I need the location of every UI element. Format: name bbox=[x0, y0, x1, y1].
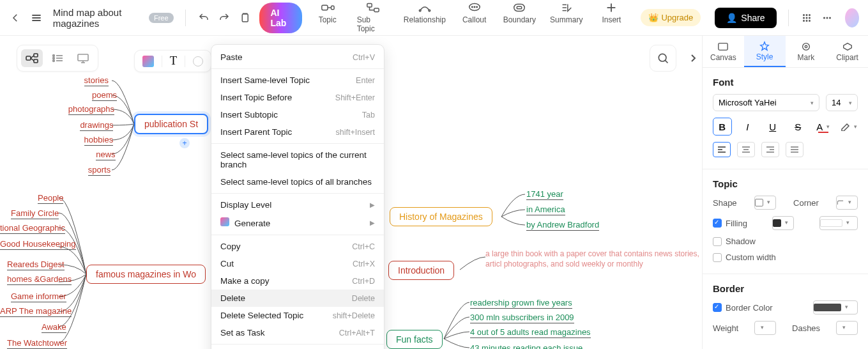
tab-style[interactable]: Style bbox=[744, 36, 786, 67]
chevron-down-icon: ▾ bbox=[767, 199, 775, 206]
context-menu-item[interactable]: Display Level▶ bbox=[211, 196, 384, 213]
context-menu-item[interactable]: Generate▶ bbox=[211, 213, 384, 232]
node-introduction[interactable]: Introduction bbox=[388, 261, 454, 280]
tab-clipart[interactable]: Clipart bbox=[826, 36, 868, 67]
filling-checkbox[interactable]: Filling bbox=[713, 219, 747, 228]
mindmap-leaf[interactable]: Reareds Digest bbox=[7, 260, 65, 270]
mindmap-leaf[interactable]: The Watchtower bbox=[7, 338, 67, 349]
apps-grid-icon[interactable] bbox=[800, 9, 812, 27]
more-icon[interactable] bbox=[821, 9, 834, 27]
mindmap-leaf[interactable]: news bbox=[96, 150, 115, 160]
ai-lab-button[interactable]: AI Lab bbox=[259, 3, 302, 33]
document-title[interactable]: Mind map about magazines bbox=[53, 7, 139, 29]
tab-canvas[interactable]: Canvas bbox=[703, 36, 744, 67]
mindmap-leaf[interactable]: 4 out of 5 adults read magazines bbox=[470, 327, 591, 338]
toolbar-summary[interactable]: Summary bbox=[551, 2, 582, 24]
context-menu-item[interactable]: PasteCtrl+V bbox=[211, 49, 384, 66]
add-child-icon[interactable]: + bbox=[179, 138, 190, 148]
chevron-down-icon: ▾ bbox=[849, 100, 852, 106]
mindmap-leaf[interactable]: tional Geographic bbox=[0, 223, 65, 234]
context-menu-item[interactable]: CopyCtrl+C bbox=[211, 238, 384, 255]
shadow-checkbox[interactable]: Shadow bbox=[713, 237, 756, 246]
context-menu-item[interactable]: Insert Topic BeforeShift+Enter bbox=[211, 89, 384, 106]
mindmap-leaf[interactable]: homes &Gardens bbox=[7, 274, 72, 285]
node-history[interactable]: History of Magazines bbox=[390, 207, 492, 226]
font-size-select[interactable]: 14▾ bbox=[826, 94, 858, 111]
node-fun-facts[interactable]: Fun facts bbox=[386, 330, 443, 349]
dashes-select[interactable]: ▾ bbox=[836, 321, 858, 335]
mindmap-leaf[interactable]: Awake bbox=[42, 322, 66, 333]
align-justify-button[interactable] bbox=[786, 142, 803, 157]
mindmap-leaf[interactable]: stories bbox=[84, 75, 109, 86]
weight-select[interactable]: ▾ bbox=[754, 321, 776, 335]
mindmap-leaf[interactable]: ARP The magazine bbox=[0, 306, 72, 317]
align-right-button[interactable] bbox=[761, 142, 779, 157]
toolbar-subtopic[interactable]: Sub Topic bbox=[357, 2, 389, 33]
tab-mark[interactable]: Mark bbox=[786, 36, 827, 67]
context-menu-item[interactable]: Delete Selected Topicshift+Delete bbox=[211, 307, 384, 324]
context-menu-item[interactable]: DeleteDelete bbox=[211, 290, 384, 307]
toolbar-topic[interactable]: Topic bbox=[314, 2, 342, 24]
context-menu-item[interactable]: Make a copyCtrl+D bbox=[211, 272, 384, 290]
avatar[interactable] bbox=[845, 8, 859, 27]
mindmap-leaf[interactable]: by Andrew Bradford bbox=[526, 220, 599, 231]
mindmap-leaf[interactable]: in America bbox=[526, 205, 565, 215]
filling-color[interactable]: ▾ bbox=[772, 216, 794, 230]
svg-point-14 bbox=[476, 6, 477, 7]
filling-secondary[interactable]: ▾ bbox=[819, 216, 858, 230]
font-color-button[interactable]: A▾ bbox=[814, 118, 833, 136]
mindmap-leaf[interactable]: readership grown five years bbox=[470, 298, 572, 309]
font-family-select[interactable]: Microsoft YaHei▾ bbox=[713, 94, 819, 111]
toolbar-insert[interactable]: Insert bbox=[597, 2, 625, 24]
context-menu-item[interactable]: Insert Same-level TopicEnter bbox=[211, 72, 384, 89]
border-color-checkbox[interactable]: Border Color bbox=[713, 303, 773, 313]
svg-rect-3 bbox=[243, 14, 248, 22]
share-button[interactable]: 👤Share bbox=[715, 8, 776, 28]
align-left-button[interactable] bbox=[713, 142, 731, 157]
svg-point-30 bbox=[809, 20, 811, 22]
align-center-button[interactable] bbox=[737, 142, 755, 157]
highlight-button[interactable]: ▾ bbox=[839, 118, 858, 136]
redo-icon[interactable] bbox=[218, 9, 231, 27]
italic-button[interactable]: I bbox=[738, 118, 758, 136]
mindmap-leaf[interactable]: Family Circle bbox=[11, 208, 59, 219]
mindmap-leaf[interactable]: 300 mln subscribers in 2009 bbox=[470, 313, 574, 323]
menu-icon[interactable] bbox=[29, 9, 42, 27]
undo-icon[interactable] bbox=[197, 9, 209, 27]
mindmap-leaf[interactable]: Game informer bbox=[11, 291, 66, 302]
mindmap-leaf[interactable]: drawings bbox=[80, 120, 113, 131]
mindmap-leaf[interactable]: People bbox=[38, 193, 63, 204]
context-menu-item[interactable]: Insert Parent Topicshift+Insert bbox=[211, 123, 384, 141]
node-publication[interactable]: publication St bbox=[134, 114, 208, 134]
mindmap-leaf[interactable]: sports bbox=[88, 165, 110, 176]
mindmap-leaf[interactable]: Good Housekeeping bbox=[0, 239, 76, 250]
toolbar-boundary[interactable]: Boundary bbox=[504, 2, 535, 24]
context-menu-item[interactable]: Select same-level topics of the current … bbox=[211, 146, 384, 173]
context-menu-item[interactable]: CutCtrl+X bbox=[211, 255, 384, 272]
bold-button[interactable]: B bbox=[713, 118, 732, 136]
toolbar-relationship[interactable]: Relationship bbox=[404, 2, 445, 24]
underline-button[interactable]: U bbox=[763, 118, 782, 136]
node-famous[interactable]: famous magazines in Wo bbox=[86, 265, 206, 284]
svg-point-33 bbox=[829, 17, 831, 19]
weight-label: Weight bbox=[713, 323, 738, 333]
back-icon[interactable] bbox=[9, 9, 22, 27]
crown-icon: 👑 bbox=[648, 13, 659, 22]
toolbar-callout[interactable]: Callout bbox=[461, 2, 489, 24]
mindmap-leaf[interactable]: poems bbox=[92, 90, 117, 101]
upgrade-button[interactable]: 👑Upgrade bbox=[641, 9, 701, 26]
shape-label: Shape bbox=[713, 198, 737, 208]
corner-select[interactable]: ▾ bbox=[836, 196, 858, 210]
custom-width-checkbox[interactable]: Custom width bbox=[713, 252, 776, 262]
context-menu-item[interactable]: Set as TaskCtrl+Alt+T bbox=[211, 324, 384, 341]
mindmap-leaf[interactable]: photographs bbox=[68, 104, 114, 115]
mindmap-leaf[interactable]: 43 minutes reading each issue bbox=[470, 343, 582, 349]
context-menu-item[interactable]: Insert SubtopicTab bbox=[211, 106, 384, 123]
shape-select[interactable]: ▾ bbox=[754, 196, 776, 210]
mindmap-leaf[interactable]: hobbies bbox=[84, 135, 114, 146]
clipboard-icon[interactable] bbox=[238, 9, 251, 27]
strike-button[interactable]: S bbox=[789, 118, 808, 136]
mindmap-leaf[interactable]: 1741 year bbox=[526, 189, 563, 200]
context-menu-item[interactable]: Select same-level topics of all branches bbox=[211, 173, 384, 190]
border-color-select[interactable]: ▾ bbox=[813, 300, 858, 314]
